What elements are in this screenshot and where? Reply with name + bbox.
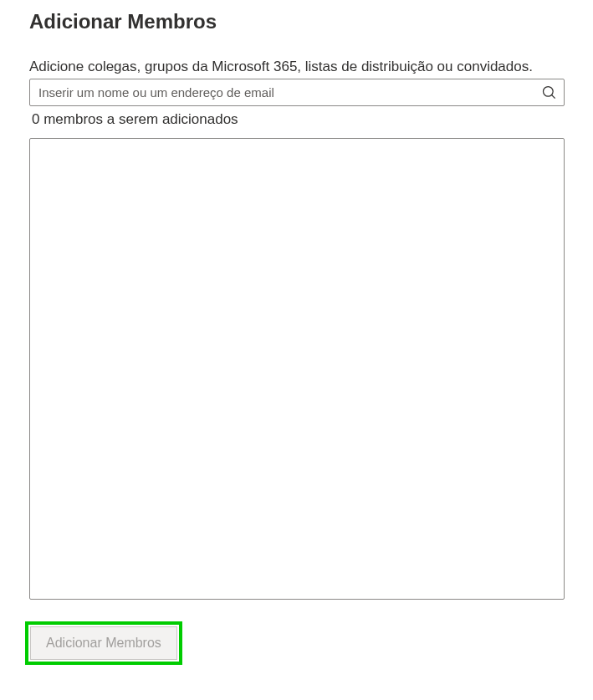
button-highlight: Adicionar Membros [25,621,182,665]
add-members-button[interactable]: Adicionar Membros [30,626,177,660]
instruction-text: Adicione colegas, grupos da Microsoft 36… [29,59,564,75]
members-list[interactable] [29,138,565,600]
search-input[interactable] [29,79,565,106]
search-container [29,79,565,106]
members-count: 0 membros a serem adicionados [32,111,564,128]
dialog-title: Adicionar Membros [29,10,564,33]
